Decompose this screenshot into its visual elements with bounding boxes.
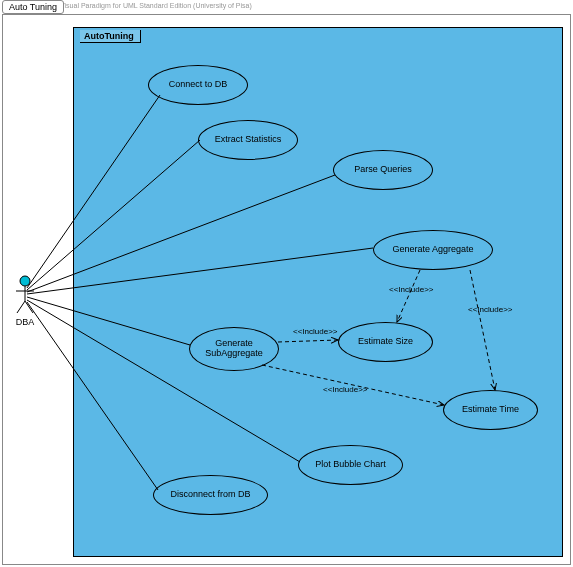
actor-dba: DBA bbox=[9, 275, 41, 327]
diagram-canvas: AutoTuning DBA Connect to DB Extract Sta… bbox=[2, 14, 571, 565]
usecase-extract-statistics: Extract Statistics bbox=[198, 120, 298, 160]
svg-point-0 bbox=[20, 276, 30, 286]
usecase-plot-bubble-chart: Plot Bubble Chart bbox=[298, 445, 403, 485]
usecase-parse-queries: Parse Queries bbox=[333, 150, 433, 190]
usecase-generate-aggregate: Generate Aggregate bbox=[373, 230, 493, 270]
actor-label: DBA bbox=[9, 317, 41, 327]
usecase-disconnect-db: Disconnect from DB bbox=[153, 475, 268, 515]
system-name: AutoTuning bbox=[80, 30, 141, 43]
usecase-estimate-size: Estimate Size bbox=[338, 322, 433, 362]
watermark-text: Visual Paradigm for UML Standard Edition… bbox=[60, 2, 252, 9]
usecase-connect-db: Connect to DB bbox=[148, 65, 248, 105]
svg-line-3 bbox=[17, 301, 25, 313]
actor-icon bbox=[14, 275, 36, 315]
usecase-generate-subaggregate: Generate SubAggregate bbox=[189, 327, 279, 371]
usecase-estimate-time: Estimate Time bbox=[443, 390, 538, 430]
svg-line-4 bbox=[25, 301, 33, 313]
diagram-tab[interactable]: Auto Tuning bbox=[2, 0, 64, 14]
